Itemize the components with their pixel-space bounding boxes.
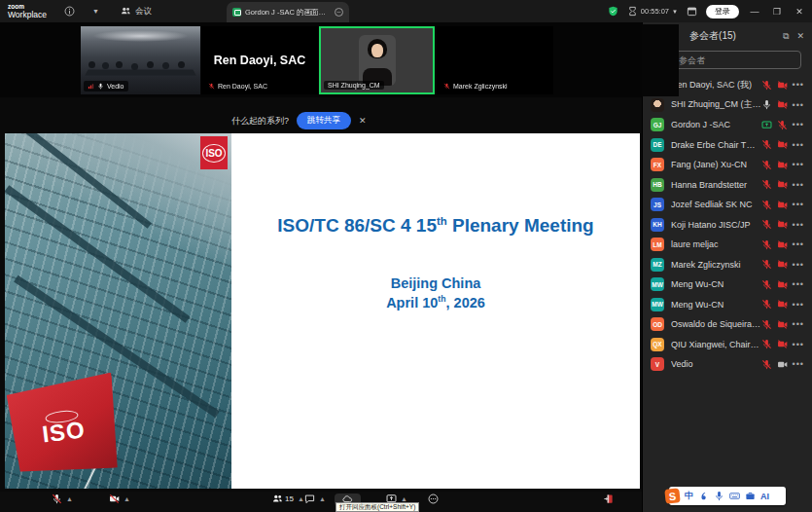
meeting-timer[interactable]: 00:55:07 ▼ <box>627 6 678 17</box>
mic-status-icon[interactable] <box>761 239 772 250</box>
security-shield-icon[interactable] <box>608 6 618 17</box>
participants-chevron[interactable]: ▲ <box>298 495 304 502</box>
more-options-icon[interactable]: ••• <box>793 359 804 369</box>
participant-row[interactable]: JS Jozef Sedliak SK NC ••• <box>643 195 812 215</box>
close-window-button[interactable]: ✕ <box>793 7 806 17</box>
more-button[interactable] <box>428 494 439 504</box>
ime-toolbar[interactable]: S 中 AI <box>669 487 786 505</box>
video-button[interactable]: ▲ <box>109 494 130 504</box>
more-options-icon[interactable]: ••• <box>793 160 804 169</box>
more-options-icon[interactable]: ••• <box>793 340 804 349</box>
ime-style-icon[interactable] <box>698 491 709 501</box>
participant-row[interactable]: MZ Marek Zgliczynski ••• <box>643 255 812 275</box>
mic-status-icon[interactable] <box>761 359 772 370</box>
chat-button[interactable]: ▲ <box>304 494 326 504</box>
share-options-chevron[interactable]: ▲ <box>401 495 407 502</box>
participant-row[interactable]: FX Fang (Jane) Xu-CN ••• <box>643 155 812 175</box>
video-tile-room[interactable]: Vedio <box>81 26 200 94</box>
participant-row[interactable]: MW Meng Wu-CN ••• <box>643 295 812 315</box>
mic-status-icon[interactable] <box>761 179 772 190</box>
camera-status-icon[interactable] <box>777 259 788 270</box>
participant-row[interactable]: HB Hanna Brandstetter ••• <box>643 175 812 196</box>
camera-status-icon[interactable] <box>777 80 788 91</box>
more-options-icon[interactable]: ••• <box>793 300 804 310</box>
participants-button[interactable]: 15 ▲ <box>272 494 304 504</box>
more-options-icon[interactable]: ••• <box>793 140 804 150</box>
mic-status-icon[interactable] <box>761 80 772 91</box>
mic-status-icon[interactable] <box>761 219 772 230</box>
participant-row[interactable]: V Vedio ••• <box>643 354 812 375</box>
participant-row[interactable]: LM laure meljac ••• <box>643 235 812 255</box>
more-options-icon[interactable]: ••• <box>793 260 804 270</box>
participant-row[interactable]: GJ Gordon J -SAC ••• <box>643 115 812 135</box>
mic-status-icon[interactable] <box>761 299 772 310</box>
more-options-icon[interactable]: ••• <box>793 200 804 209</box>
more-options-icon[interactable]: ••• <box>793 100 804 110</box>
more-options-icon[interactable]: ••• <box>793 220 804 230</box>
minimize-button[interactable]: — <box>748 7 761 17</box>
chat-chevron[interactable]: ▲ <box>319 495 326 502</box>
camera-status-icon[interactable] <box>777 279 788 290</box>
leave-meeting-button[interactable] <box>603 494 614 504</box>
sign-in-button[interactable]: 登录 <box>706 5 739 18</box>
camera-status-icon[interactable] <box>777 179 788 190</box>
camera-status-icon[interactable] <box>777 339 788 349</box>
camera-status-icon[interactable] <box>777 359 788 370</box>
camera-status-icon[interactable] <box>777 200 788 210</box>
camera-status-icon[interactable] <box>777 139 788 150</box>
camera-status-icon[interactable] <box>777 299 788 310</box>
participant-row[interactable]: MW Meng Wu-CN ••• <box>643 274 812 295</box>
more-options-icon[interactable]: ••• <box>793 180 804 190</box>
close-panel-icon[interactable]: ✕ <box>796 31 804 41</box>
participant-name: Jozef Sedliak SK NC <box>671 200 761 209</box>
camera-status-icon[interactable] <box>777 160 788 170</box>
collapse-tab-icon[interactable]: − <box>335 8 343 17</box>
video-tile-ren-daoyi[interactable]: Ren Daoyi, SAC Ren Daoyi, SAC <box>201 26 318 94</box>
mic-status-icon[interactable] <box>761 319 772 330</box>
participant-row[interactable]: QX QIU Xiangwei, Chairperson ••• <box>643 335 812 355</box>
mic-status-icon[interactable] <box>761 279 772 290</box>
more-options-icon[interactable]: ••• <box>793 239 804 249</box>
pop-out-icon[interactable]: ⧉ <box>783 31 789 42</box>
mic-status-icon[interactable] <box>761 139 772 150</box>
tab-meeting[interactable]: 会议 <box>121 6 152 18</box>
mic-status-icon[interactable] <box>761 200 772 210</box>
ime-toolbox-icon[interactable] <box>745 491 756 501</box>
video-options-chevron[interactable]: ▲ <box>124 495 130 502</box>
calendar-icon[interactable] <box>687 6 697 17</box>
mic-status-icon[interactable] <box>761 339 772 349</box>
mic-status-icon[interactable] <box>761 99 772 110</box>
video-tile-shi-zhuqing-active[interactable]: SHI Zhuqing_CM <box>319 26 435 94</box>
ime-voice-icon[interactable] <box>714 491 724 501</box>
tab-shared-screen[interactable]: Gordon J -SAC 的画面共享 − <box>227 2 349 22</box>
camera-status-icon[interactable] <box>777 99 788 110</box>
camera-status-icon[interactable] <box>777 319 788 330</box>
zoom-workplace-logo: zoom Workplace <box>8 4 47 18</box>
participant-row[interactable]: SHI Zhuqing_CM (主持人) ••• <box>643 95 812 116</box>
more-options-icon[interactable]: ••• <box>793 319 804 329</box>
mic-status-icon[interactable] <box>761 259 772 270</box>
hourglass-icon <box>627 6 638 17</box>
participant-row[interactable]: KH Koji Hatano JISC/JP ••• <box>643 215 812 236</box>
jump-to-share-button[interactable]: 跳转共享 <box>297 112 351 129</box>
mic-status-icon[interactable] <box>761 160 772 170</box>
more-options-icon[interactable]: ••• <box>793 120 804 129</box>
close-question-icon[interactable]: ✕ <box>359 116 367 126</box>
camera-status-icon[interactable] <box>777 219 788 230</box>
ime-language-toggle[interactable]: 中 <box>685 490 693 502</box>
chevron-down-icon[interactable]: ▼ <box>92 8 99 15</box>
more-options-icon[interactable]: ••• <box>793 80 804 90</box>
mute-button[interactable]: ▲ <box>52 494 73 504</box>
ime-keyboard-icon[interactable] <box>729 491 740 501</box>
participant-row[interactable]: OD Oswaldo de Siqueira Bueno ••• <box>643 314 812 335</box>
sogou-logo-icon[interactable]: S <box>664 488 680 503</box>
maximize-button[interactable]: ❐ <box>770 7 784 17</box>
mic-status-icon[interactable] <box>777 120 788 130</box>
info-icon[interactable] <box>64 6 75 17</box>
ime-ai-button[interactable]: AI <box>760 492 769 501</box>
camera-status-icon[interactable] <box>777 239 788 250</box>
participant-row[interactable]: DE Drake Erbe Chair TC 86 ••• <box>643 135 812 156</box>
mute-options-chevron[interactable]: ▲ <box>66 495 73 502</box>
more-options-icon[interactable]: ••• <box>793 279 804 289</box>
video-tile-marek[interactable]: Marek Zgliczynski <box>437 26 553 94</box>
